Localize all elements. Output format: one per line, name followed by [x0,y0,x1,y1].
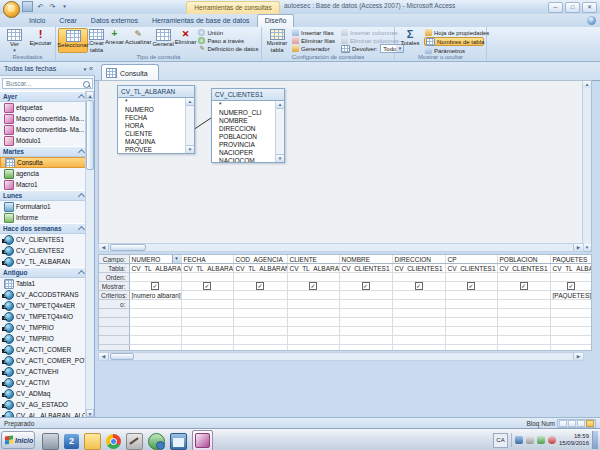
scroll-down-icon[interactable]: ▼ [86,409,94,417]
scroll-up-icon[interactable]: ▲ [276,101,284,109]
grid-empty-cell[interactable] [287,327,339,336]
show-checkbox[interactable]: ✓ [151,282,159,290]
scroll-down-icon[interactable]: ▼ [276,154,284,162]
datasheet-view-button[interactable] [559,420,567,427]
scroll-thumb[interactable] [86,100,94,170]
nav-group-header[interactable]: Lunes [0,190,87,201]
grid-empty-cell[interactable] [445,345,497,351]
grid-mostrar-cliente[interactable]: ✓ [287,282,339,291]
nav-item-m-dulo1[interactable]: Módulo1 [0,135,87,146]
table-box-scrollbar[interactable]: ▲ ▼ [185,98,194,153]
grid-mostrar-nombre[interactable]: ✓ [339,282,392,291]
nav-item-cv-admaq[interactable]: CV_ADMaq [0,388,87,399]
grid-empty-cell[interactable] [497,309,550,318]
grid-o-fecha[interactable] [181,300,233,309]
scroll-right-icon[interactable]: ▶ [573,244,583,251]
seleccionar-button[interactable]: Seleccionar [58,28,88,53]
grid-criterios-numero[interactable]: [numero albaran] [129,291,181,300]
grid-empty-cell[interactable] [181,309,233,318]
grid-mostrar-cp[interactable]: ✓ [445,282,497,291]
eliminar-button[interactable]: ✕ Eliminar [175,28,197,53]
grid-tabla-fecha[interactable]: CV_TL_ALBARAN [181,264,233,273]
grid-campo-poblacion[interactable]: POBLACION [497,255,550,264]
table-box-title[interactable]: CV_CLIENTES1 [212,89,284,101]
nav-item-macro1[interactable]: Macro1 [0,179,87,190]
chrome-icon[interactable] [106,434,121,449]
grid-empty-cell[interactable] [233,327,287,336]
grid-empty-cell[interactable] [233,345,287,351]
grid-o-cp[interactable] [445,300,497,309]
table-box-scrollbar[interactable]: ▲ ▼ [275,101,284,162]
sql-view-button[interactable] [577,420,585,427]
grid-empty-cell[interactable] [392,327,445,336]
design-horizontal-scrollbar[interactable]: ◀ ▶ [98,243,584,252]
field-provee[interactable]: PROVEE [125,146,186,153]
show-desktop-button[interactable] [592,431,598,449]
grid-campo-cp[interactable]: CP [445,255,497,264]
field-nombre[interactable]: NOMBRE [219,117,276,125]
close-button[interactable]: ✕ [582,2,597,13]
tray-icon[interactable] [515,436,523,444]
grid-empty-cell[interactable] [550,336,592,345]
grid-campo-numero[interactable]: NUMERO▼ [129,255,181,264]
grid-horizontal-scrollbar[interactable]: ◀ ▶ [98,352,584,361]
grid-orden-fecha[interactable] [181,273,233,282]
definicion-datos-button[interactable]: ✎ Definición de datos [197,45,259,52]
grid-orden-nombre[interactable] [339,273,392,282]
grid-empty-cell[interactable] [392,309,445,318]
grid-campo-direccion[interactable]: DIRECCION [392,255,445,264]
nav-item-cv-activi[interactable]: CV_ACTIVI [0,377,87,388]
grid-empty-cell[interactable] [129,318,181,327]
field-nacioper[interactable]: NACIOPER [219,149,276,157]
paso-a-traves-button[interactable]: Paso a través [197,37,259,44]
nav-item-cv-tmprio[interactable]: CV_TMPRIO [0,333,87,344]
scroll-left-icon[interactable]: ◀ [99,244,109,251]
hoja-propiedades-button[interactable]: Hoja de propiedades [424,29,484,36]
scroll-up-icon[interactable]: ▲ [86,91,94,99]
grid-o-paquetes[interactable] [550,300,592,309]
ver-button[interactable]: Ver ▼ [2,28,27,53]
grid-mostrar-cod_agencia[interactable]: ✓ [233,282,287,291]
nav-item-cv-acti-comer-pot-[interactable]: CV_ACTI_COMER_POT... [0,355,87,366]
design-vertical-scrollbar[interactable]: ▲ ▼ [582,81,591,251]
grid-tabla-cp[interactable]: CV_CLIENTES1 [445,264,497,273]
grid-tabla-numero[interactable]: CV_TL_ALBARAN [129,264,181,273]
field-numero[interactable]: NUMERO [125,106,186,114]
nav-item-tabla1[interactable]: Tabla1 [0,278,87,289]
show-checkbox[interactable]: ✓ [362,282,370,290]
field-naciocom[interactable]: NACIOCOM [219,157,276,162]
grid-o-poblacion[interactable] [497,300,550,309]
grid-empty-cell[interactable] [129,345,181,351]
search-input[interactable]: Buscar... [2,78,93,89]
ver-dropdown-icon[interactable]: ▼ [12,48,16,53]
show-checkbox[interactable]: ✓ [309,282,317,290]
help-button[interactable]: ? [587,16,596,25]
grid-orden-poblacion[interactable] [497,273,550,282]
commander-icon[interactable]: 2 [64,434,79,449]
tray-icon[interactable] [537,436,545,444]
grid-orden-direccion[interactable] [392,273,445,282]
nav-item-agencia[interactable]: agencia [0,168,87,179]
nav-item-cv-clientes2[interactable]: CV_CLIENTES2 [0,245,87,256]
grid-empty-cell[interactable] [550,318,592,327]
grid-criterios-cod_agencia[interactable] [233,291,287,300]
table-box-title[interactable]: CV_TL_ALBARAN [118,86,194,98]
anexar-button[interactable]: + Anexar [105,28,124,53]
table-box-0[interactable]: CV_TL_ALBARAN *NUMEROFECHAHORACLIENTEMAQ… [117,85,195,154]
grid-tabla-cliente[interactable]: CV_TL_ALBARAN [287,264,339,273]
nav-item-informe[interactable]: Informe [0,212,87,223]
grid-campo-paquetes[interactable]: PAQUETES [550,255,592,264]
grid-criterios-nombre[interactable] [339,291,392,300]
nav-group-header[interactable]: Hace dos semanas [0,223,87,234]
nav-group-header[interactable]: Ayer [0,91,87,102]
grid-empty-cell[interactable] [129,327,181,336]
grid-orden-paquetes[interactable] [550,273,592,282]
undo-icon[interactable]: ↶ [36,2,45,11]
field-cliente[interactable]: CLIENTE [125,130,186,138]
explorer-icon[interactable] [170,433,187,450]
tools-icon[interactable] [126,433,143,450]
grid-o-direccion[interactable] [392,300,445,309]
grid-empty-cell[interactable] [445,327,497,336]
eliminar-columnas-button[interactable]: Eliminar columnas [340,37,392,44]
field-fecha[interactable]: FECHA [125,114,186,122]
